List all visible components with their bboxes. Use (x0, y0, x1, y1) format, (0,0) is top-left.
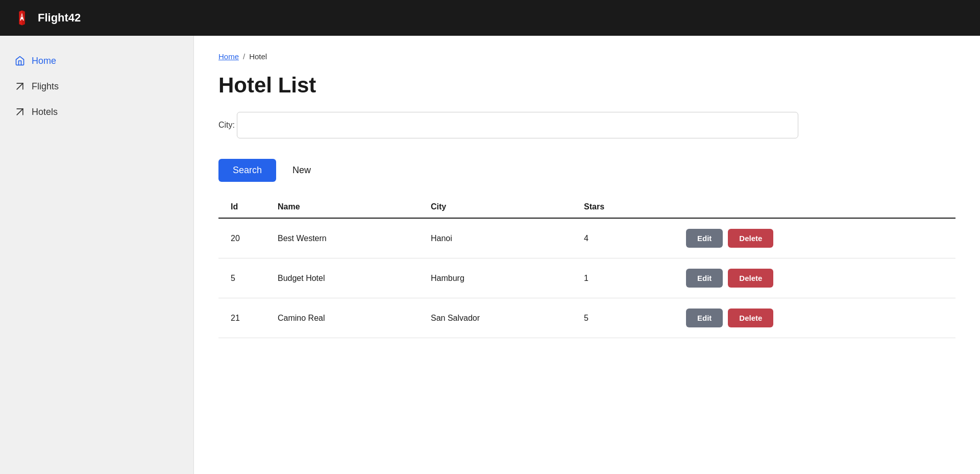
table-row: 21 Camino Real San Salvador 5 Edit Delet… (218, 298, 955, 338)
main-content: Home / Hotel Hotel List City: Search New… (194, 36, 980, 474)
home-icon (14, 55, 26, 66)
breadcrumb: Home / Hotel (218, 52, 955, 61)
cell-id: 21 (218, 298, 270, 338)
breadcrumb-current: Hotel (249, 52, 267, 61)
hotel-table: Id Name City Stars 20 Best Western Hanoi… (218, 196, 955, 338)
delete-button[interactable]: Delete (728, 269, 773, 288)
cell-name: Camino Real (270, 298, 423, 338)
breadcrumb-separator: / (243, 52, 245, 61)
navbar: Flight42 (0, 0, 980, 36)
angular-logo-icon (12, 8, 32, 28)
filter-section: City: (218, 112, 955, 147)
cell-stars: 5 (576, 298, 678, 338)
sidebar-item-hotels-label: Hotels (32, 107, 58, 117)
hotels-icon (14, 106, 26, 117)
svg-line-4 (17, 83, 23, 89)
cell-city: Hamburg (423, 258, 576, 298)
col-header-stars: Stars (576, 196, 678, 218)
delete-button[interactable]: Delete (728, 229, 773, 248)
col-header-id: Id (218, 196, 270, 218)
breadcrumb-home-link[interactable]: Home (218, 52, 239, 61)
app-layout: Home Flights Hotels (0, 36, 980, 474)
sidebar-item-home-label: Home (32, 56, 56, 66)
sidebar-item-flights-label: Flights (32, 81, 59, 92)
table-header-row: Id Name City Stars (218, 196, 955, 218)
city-label: City: (218, 121, 235, 129)
col-header-actions (678, 196, 955, 218)
table-row: 20 Best Western Hanoi 4 Edit Delete (218, 218, 955, 258)
cell-actions: Edit Delete (678, 298, 955, 338)
sidebar-item-hotels[interactable]: Hotels (0, 99, 193, 125)
sidebar-item-flights[interactable]: Flights (0, 74, 193, 99)
flights-icon (14, 81, 26, 92)
sidebar-item-home[interactable]: Home (0, 48, 193, 74)
edit-button[interactable]: Edit (686, 269, 723, 288)
new-button[interactable]: New (284, 159, 319, 182)
svg-line-7 (17, 109, 23, 115)
sidebar: Home Flights Hotels (0, 36, 194, 474)
city-input[interactable] (237, 112, 798, 138)
cell-id: 20 (218, 218, 270, 258)
table-row: 5 Budget Hotel Hamburg 1 Edit Delete (218, 258, 955, 298)
delete-button[interactable]: Delete (728, 309, 773, 327)
cell-stars: 4 (576, 218, 678, 258)
edit-button[interactable]: Edit (686, 309, 723, 327)
cell-actions: Edit Delete (678, 258, 955, 298)
cell-id: 5 (218, 258, 270, 298)
cell-stars: 1 (576, 258, 678, 298)
search-button[interactable]: Search (218, 159, 276, 182)
col-header-city: City (423, 196, 576, 218)
page-title: Hotel List (218, 73, 955, 98)
brand: Flight42 (12, 8, 81, 28)
cell-city: San Salvador (423, 298, 576, 338)
cell-city: Hanoi (423, 218, 576, 258)
action-row: Search New (218, 159, 955, 182)
col-header-name: Name (270, 196, 423, 218)
brand-name: Flight42 (38, 11, 81, 25)
cell-actions: Edit Delete (678, 218, 955, 258)
cell-name: Best Western (270, 218, 423, 258)
cell-name: Budget Hotel (270, 258, 423, 298)
edit-button[interactable]: Edit (686, 229, 723, 248)
